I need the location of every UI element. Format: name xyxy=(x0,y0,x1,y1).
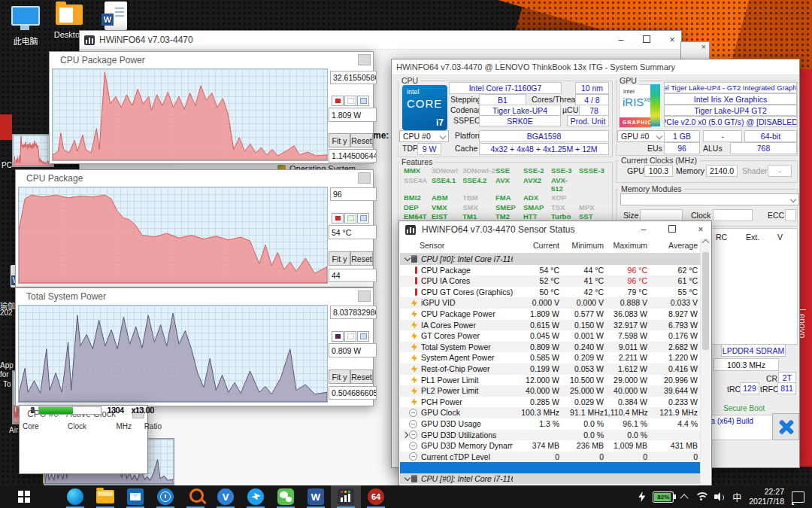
expand-chevron-icon[interactable] xyxy=(402,432,408,438)
summary-titlebar[interactable]: HWiNFO64 v7.03-4470 @ LENOVO ThinkBook 1… xyxy=(392,59,799,75)
sensor-titlebar[interactable]: HWiNFO64 v7.03-4470 Sensor Status – × xyxy=(399,221,711,238)
sensor-name: Rest-of-Chip Power xyxy=(420,364,513,375)
memory-clock-value: 2140.0 xyxy=(706,165,738,177)
tray-clock[interactable]: 22:27 2021/7/18 xyxy=(749,487,784,506)
fit-y-button[interactable]: Fit y xyxy=(329,133,350,148)
minimize-button[interactable]: – xyxy=(617,35,626,45)
sensor-type-icon xyxy=(411,343,417,351)
gpu-select-dropdown[interactable]: GPU #0 xyxy=(617,130,665,142)
graph-color-button[interactable] xyxy=(332,213,344,224)
scrollbar-thumb[interactable] xyxy=(702,252,709,350)
sensor-row[interactable]: System Agent Power 0.585 W 0.209 W 2.211… xyxy=(400,352,701,364)
close-button[interactable]: × xyxy=(696,224,705,235)
sensor-row[interactable]: GT Cores Power 0.045 W 0.001 W 7.598 W 0… xyxy=(400,330,701,342)
cpu-select-dropdown[interactable]: CPU #0 xyxy=(399,130,449,142)
graph-color-button[interactable] xyxy=(332,96,344,106)
reset-button[interactable]: Reset xyxy=(350,251,373,266)
fit-y-button[interactable]: Fit y xyxy=(329,370,350,384)
sensor-row[interactable]: CPU Package 54 °C 44 °C 96 °C 62 °C xyxy=(400,265,701,276)
taskbar-item-alarms[interactable] xyxy=(150,485,180,508)
reset-button[interactable]: Reset xyxy=(350,370,373,384)
sensor-type-icon xyxy=(411,387,417,394)
desktop-icon-word-doc[interactable] xyxy=(99,2,132,30)
expand-chevron-icon[interactable] xyxy=(404,255,411,261)
start-button[interactable] xyxy=(9,485,39,508)
graph-color-button[interactable] xyxy=(344,96,356,106)
graph-color-button[interactable] xyxy=(332,331,344,342)
mail-icon xyxy=(127,488,144,505)
minimize-button[interactable]: – xyxy=(639,224,648,235)
graph-close-button[interactable] xyxy=(358,291,371,302)
taskbar-item-explorer[interactable] xyxy=(90,485,120,508)
taskbar-item-v-app[interactable]: V xyxy=(211,485,241,508)
sensor-row[interactable]: PCH Power 0.285 W 0.029 W 0.384 W 0.233 … xyxy=(400,397,701,408)
taskbar-item-thunder[interactable] xyxy=(241,485,271,508)
desktop-icon-this-pc[interactable]: 此电脑 xyxy=(6,6,45,47)
sensor-row[interactable]: IA Cores Power 0.615 W 0.150 W 32.917 W … xyxy=(400,320,701,331)
wifi-icon[interactable] xyxy=(695,492,707,501)
sensor-type-icon xyxy=(411,332,417,339)
sensor-average: 6.793 W xyxy=(647,320,698,331)
speaker-icon[interactable] xyxy=(714,492,725,501)
close-button[interactable]: × xyxy=(668,35,677,45)
sensor-row[interactable]: CPU IA Cores 52 °C 41 °C 96 °C 61 °C xyxy=(400,275,701,287)
scroll-up-icon[interactable] xyxy=(702,239,710,247)
sensor-row[interactable]: CPU GT Cores (Graphics) 50 °C 42 °C 79 °… xyxy=(400,287,701,298)
sensor-row[interactable]: GPU Clock 100.3 MHz 91.1 MHz 1,110.4 MHz… xyxy=(400,407,701,418)
word-doc-icon xyxy=(105,2,127,30)
graph-plot xyxy=(18,187,328,284)
main-window-titlebar[interactable]: HWiNFO64 v7.03-4470 – × xyxy=(80,31,681,50)
sensor-row[interactable]: Total System Power 0.809 W 0.240 W 9.011… xyxy=(400,342,701,353)
sensor-row[interactable]: Rest-of-Chip Power 0.199 W 0.053 W 1.612… xyxy=(400,364,701,375)
tray-expand-icon[interactable] xyxy=(680,494,689,502)
graph-color-button[interactable] xyxy=(344,331,356,342)
partial-app-icon[interactable] xyxy=(0,114,12,140)
sensor-row[interactable]: GPU D3D Usage 1.3 % 0.0 % 96.1 % 4.4 % xyxy=(400,418,701,430)
sensor-row[interactable]: PL2 Power Limit 40.000 W 25.000 W 40.000… xyxy=(400,385,701,397)
gpu-mem-size-value: 1 GB xyxy=(664,130,700,142)
sensor-row[interactable]: GPU D3D Memory Dynamic 374 MB 236 MB 1,0… xyxy=(400,440,701,452)
sensor-type-icon xyxy=(411,475,417,482)
sensor-row[interactable]: CPU [#0]: Intel Core i7-116... xyxy=(400,254,701,265)
taskbar-item-wechat[interactable] xyxy=(271,485,301,508)
graph-color-button[interactable] xyxy=(357,96,369,106)
graph-color-button[interactable] xyxy=(357,213,369,224)
sensor-row[interactable]: PL1 Power Limit 12.000 W 10.500 W 29.000… xyxy=(400,375,701,386)
sensor-minimum: 10.500 W xyxy=(559,375,604,386)
sensor-row[interactable]: CPU [#0]: Intel Core i7-116... xyxy=(400,473,701,485)
sensor-name: PL1 Power Limit xyxy=(420,375,513,386)
sensor-row[interactable]: Current cTDP Level 0 0 0 0 xyxy=(400,452,701,463)
memory-module-dropdown[interactable] xyxy=(620,193,799,205)
eus-label: EUs xyxy=(647,144,662,153)
graph-color-button[interactable] xyxy=(357,331,369,342)
sensor-row[interactable]: iGPU VID 0.000 V 0.000 V 0.888 V 0.033 V xyxy=(400,297,701,309)
battery-indicator[interactable]: 82% xyxy=(653,491,674,503)
graph-color-button[interactable] xyxy=(344,213,356,224)
sensor-type-icon xyxy=(409,430,417,439)
taskbar-item-hwinfo[interactable] xyxy=(331,485,361,508)
sensor-average: 61 °C xyxy=(647,275,698,287)
reset-button[interactable]: Reset xyxy=(350,133,373,148)
graph-close-button[interactable] xyxy=(358,54,371,65)
fit-y-button[interactable]: Fit y xyxy=(329,251,350,266)
sensor-row[interactable]: GPU D3D Utilizations 0.0 % 0.0 % xyxy=(400,430,701,441)
memory-mhz-value: 100.3 MHz xyxy=(714,358,779,371)
sensor-row[interactable] xyxy=(400,462,701,473)
maximize-button[interactable] xyxy=(668,224,677,235)
taskbar-item-search[interactable] xyxy=(180,485,211,508)
taskbar-item-edge[interactable] xyxy=(60,485,90,508)
ime-indicator[interactable]: 中 xyxy=(732,491,741,503)
maximize-button[interactable] xyxy=(642,35,651,45)
expand-chevron-icon[interactable] xyxy=(404,475,411,481)
taskbar-item-hwinfo64[interactable]: 64 xyxy=(361,485,391,508)
close-app-button[interactable] xyxy=(772,413,799,440)
cpu-feature-flag: AVX xyxy=(495,176,523,193)
taskbar-item-mail[interactable] xyxy=(120,485,150,508)
taskbar-item-word[interactable]: W xyxy=(301,485,331,508)
sspec-value: SRK0E xyxy=(479,115,561,126)
action-center-icon[interactable] xyxy=(792,491,804,503)
background-graph-sliver xyxy=(12,134,54,167)
sensor-scrollbar[interactable] xyxy=(700,239,710,488)
sensor-row[interactable]: CPU Package Power 1.809 W 0.577 W 36.083… xyxy=(400,309,701,320)
graph-close-button[interactable] xyxy=(358,172,371,184)
